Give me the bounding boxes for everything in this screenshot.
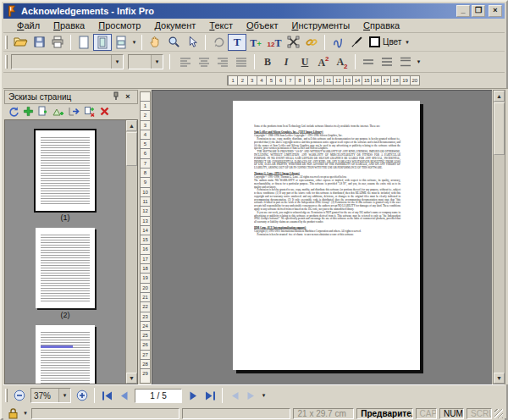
align-left-button[interactable] bbox=[176, 53, 195, 70]
font-family-dropdown[interactable]: ▾ bbox=[111, 55, 123, 69]
line-spacing-dropdown[interactable]: ▾ bbox=[415, 58, 422, 65]
toolbar-grip[interactable] bbox=[5, 55, 8, 69]
view-mode-dropdown[interactable]: ▾ bbox=[130, 39, 138, 46]
ruler-mark: 8 bbox=[295, 76, 304, 85]
scrollbar-thumb[interactable] bbox=[494, 102, 505, 155]
hyperlink-tool[interactable] bbox=[302, 34, 321, 51]
scroll-down-icon[interactable]: ▼ bbox=[126, 373, 137, 384]
zoom-dropdown[interactable]: ▾ bbox=[58, 389, 70, 402]
menu-item-text[interactable]: Текст bbox=[202, 19, 240, 31]
superscript-button[interactable]: A2 bbox=[314, 53, 333, 70]
panel-pin-icon[interactable] bbox=[110, 91, 122, 102]
text-numbering-tool[interactable]: 12T bbox=[265, 34, 284, 51]
select-tool[interactable] bbox=[183, 34, 202, 51]
zoom-out-icon bbox=[14, 390, 25, 401]
subscript-button[interactable]: A2 bbox=[333, 53, 351, 70]
crop-icon bbox=[287, 36, 300, 48]
menu-item-object[interactable]: Объект bbox=[240, 19, 284, 31]
fit-page-view-button[interactable] bbox=[93, 34, 112, 51]
scroll-up-icon[interactable]: ▲ bbox=[126, 120, 137, 131]
minimize-button[interactable]: _ bbox=[456, 5, 470, 17]
close-button[interactable]: × bbox=[489, 5, 502, 17]
delete-pages-icon[interactable] bbox=[99, 106, 110, 117]
scroll-lock-indicator: SCRL bbox=[467, 408, 492, 419]
rotate-pages-icon[interactable] bbox=[8, 106, 19, 118]
font-size-combo[interactable]: ▾ bbox=[128, 54, 163, 69]
rotate-tool[interactable] bbox=[209, 34, 228, 51]
lock-dropdown[interactable]: ▾ bbox=[22, 410, 29, 417]
document-page[interactable]: Some of the products from Iceni Technolo… bbox=[233, 101, 420, 370]
menu-item-tools[interactable]: Инструменты bbox=[284, 19, 356, 31]
page-thumbnail-1[interactable] bbox=[36, 130, 95, 211]
open-button[interactable] bbox=[11, 34, 30, 51]
scroll-down-icon[interactable]: ▼ bbox=[494, 373, 505, 384]
duplicate-page-icon[interactable] bbox=[37, 106, 49, 118]
document-scrollbar[interactable]: ▲ ▼ bbox=[493, 90, 505, 384]
last-page-button[interactable] bbox=[202, 387, 218, 404]
line-spacing-double-button[interactable] bbox=[396, 53, 415, 70]
page-thumbnail-3[interactable] bbox=[36, 325, 95, 384]
ruler-mark: 1 bbox=[228, 76, 237, 85]
ruler-mark: 12 bbox=[141, 206, 150, 215]
underline-button[interactable]: U bbox=[295, 53, 314, 70]
menu-item-file[interactable]: Файл bbox=[10, 19, 47, 31]
page-thumbnail-2[interactable] bbox=[36, 228, 95, 308]
new-text-box-tool[interactable]: T+ bbox=[246, 34, 265, 51]
navigation-dropdown[interactable]: ▾ bbox=[260, 392, 268, 399]
menu-item-document[interactable]: Документ bbox=[147, 19, 202, 31]
view-back-button[interactable] bbox=[226, 387, 243, 404]
zoom-tool[interactable] bbox=[164, 34, 183, 51]
fit-width-view-button[interactable] bbox=[112, 34, 130, 51]
page-indicator[interactable]: 1 / 5 bbox=[135, 389, 182, 403]
color-picker-button[interactable]: Цвет ▾ bbox=[366, 34, 414, 51]
menu-item-help[interactable]: Справка bbox=[356, 19, 406, 31]
hand-tool[interactable] bbox=[146, 34, 164, 51]
single-page-view-button[interactable] bbox=[75, 34, 93, 51]
align-justify-button[interactable] bbox=[232, 53, 251, 70]
thumbnails-toolbar bbox=[4, 104, 138, 119]
menu-item-view[interactable]: Просмотр bbox=[91, 19, 147, 31]
first-page-button[interactable] bbox=[98, 387, 115, 404]
menu-item-edit[interactable]: Правка bbox=[47, 19, 91, 31]
line-spacing-single-button[interactable] bbox=[359, 53, 378, 70]
eyedropper-tool[interactable] bbox=[347, 34, 366, 51]
path-edit-tool[interactable] bbox=[329, 34, 347, 51]
edit-text-tool[interactable]: T bbox=[228, 34, 246, 51]
toolbar-grip[interactable] bbox=[5, 389, 8, 402]
align-center-button[interactable] bbox=[195, 53, 213, 70]
scrollbar-thumb[interactable] bbox=[126, 132, 137, 166]
scroll-up-icon[interactable]: ▲ bbox=[494, 91, 505, 102]
thumbnails-scrollbar[interactable]: ▲ ▼ bbox=[125, 120, 137, 384]
document-view[interactable]: Some of the products from Iceni Technolo… bbox=[152, 90, 492, 384]
page-size-indicator: 21 x 29.7 cm bbox=[293, 408, 354, 419]
replace-pages-icon[interactable] bbox=[84, 106, 96, 118]
maximize-button[interactable]: ❒ bbox=[472, 5, 485, 17]
resize-grip[interactable] bbox=[494, 409, 503, 418]
lock-icon[interactable] bbox=[7, 407, 19, 419]
zoom-level-combo[interactable]: 37% ▾ bbox=[30, 388, 71, 403]
font-size-dropdown[interactable]: ▾ bbox=[151, 55, 163, 69]
bold-button[interactable]: B bbox=[258, 53, 277, 70]
line-spacing-1-5-button[interactable] bbox=[378, 53, 396, 70]
color-dropdown[interactable]: ▾ bbox=[403, 39, 411, 46]
view-forward-button[interactable] bbox=[243, 387, 260, 404]
license-paragraph: The authors make NO WARRANTY or represen… bbox=[254, 179, 400, 188]
align-right-button[interactable] bbox=[213, 53, 232, 70]
previous-page-button[interactable] bbox=[115, 387, 132, 404]
insert-from-file-icon[interactable] bbox=[52, 106, 64, 118]
print-button[interactable] bbox=[48, 34, 67, 51]
zoom-out-button[interactable] bbox=[11, 387, 28, 404]
extract-pages-icon[interactable] bbox=[68, 106, 80, 117]
insert-pages-icon[interactable] bbox=[23, 106, 34, 117]
ruler-mark: 18 bbox=[390, 76, 400, 85]
zoom-in-button[interactable] bbox=[74, 387, 91, 404]
thumbnails-panel-header: Эскизы страниц × bbox=[4, 90, 138, 104]
font-family-combo[interactable]: ▾ bbox=[11, 54, 124, 69]
save-button[interactable] bbox=[30, 34, 48, 51]
next-page-button[interactable] bbox=[185, 387, 202, 404]
panel-close-icon[interactable]: × bbox=[122, 91, 134, 102]
crop-tool[interactable] bbox=[284, 34, 302, 51]
subscript-icon: A2 bbox=[336, 53, 347, 70]
italic-button[interactable]: I bbox=[277, 53, 295, 70]
toolbar-grip[interactable] bbox=[5, 36, 8, 49]
